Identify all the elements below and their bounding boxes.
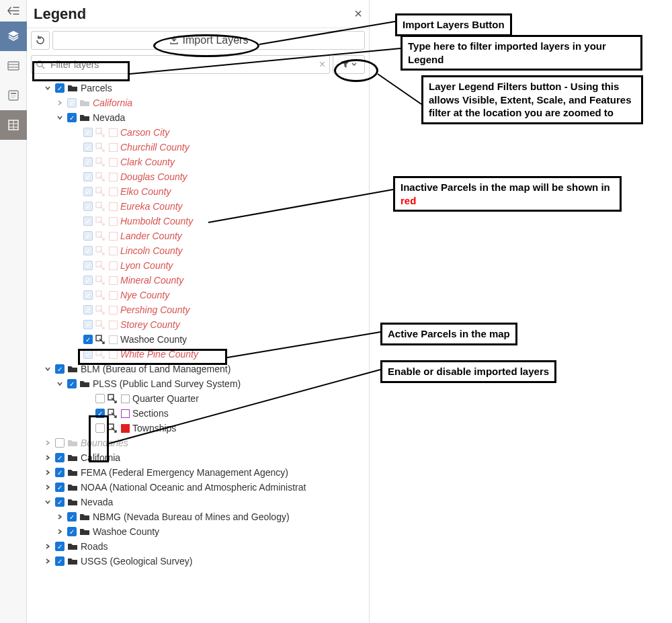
select-icon[interactable] [95, 246, 106, 255]
chevron-right-icon[interactable] [43, 543, 52, 550]
tree-quarter[interactable]: Quarter Quarter [28, 391, 366, 406]
chevron-down-icon[interactable] [43, 366, 52, 372]
select-icon[interactable] [95, 261, 106, 270]
select-icon[interactable] [95, 142, 106, 152]
chevron-down-icon[interactable] [43, 85, 52, 91]
checkbox[interactable]: ✓ [83, 320, 93, 329]
tree-sections[interactable]: ✓ Sections [28, 406, 366, 421]
checkbox[interactable]: ✓ [83, 128, 93, 137]
select-icon[interactable] [108, 394, 118, 403]
checkbox[interactable]: ✓ [95, 409, 105, 418]
checkbox[interactable]: ✓ [83, 231, 93, 241]
tree-county-inactive[interactable]: ✓Eureka County [28, 199, 366, 214]
tree-county-inactive[interactable]: ✓Elko County [28, 184, 366, 199]
checkbox[interactable]: ✓ [83, 187, 93, 196]
layers-icon-button[interactable] [0, 22, 27, 51]
tree-parcels-california[interactable]: ✓ California [28, 95, 366, 110]
tree-washoe2[interactable]: ✓Washoe County [28, 524, 366, 539]
close-icon[interactable]: × [354, 6, 362, 22]
checkbox[interactable]: ✓ [55, 468, 65, 477]
checkbox[interactable]: ✓ [67, 527, 77, 536]
chevron-right-icon[interactable] [55, 528, 65, 535]
tree-county-inactive[interactable]: ✓Churchill County [28, 140, 366, 155]
tree-county-inactive[interactable]: ✓Mineral County [28, 273, 366, 288]
chevron-right-icon[interactable] [43, 469, 52, 476]
select-icon[interactable] [95, 349, 106, 359]
grid-icon-button[interactable] [0, 110, 27, 140]
checkbox[interactable]: ✓ [55, 483, 65, 492]
info-icon-button[interactable] [0, 81, 27, 110]
tree-county-inactive[interactable]: ✓Lincoln County [28, 243, 366, 258]
checkbox[interactable]: ✓ [83, 202, 93, 211]
tree-washoe-county[interactable]: ✓ Washoe County [28, 332, 366, 347]
checkbox[interactable]: ✓ [83, 349, 93, 359]
tree-noaa[interactable]: ✓NOAA (National Oceanic and Atmospheric … [28, 480, 366, 495]
checkbox[interactable]: ✓ [83, 305, 93, 315]
checkbox[interactable]: ✓ [67, 512, 77, 522]
tree-parcels-nevada[interactable]: ✓ Nevada [28, 110, 366, 125]
import-layers-button[interactable]: Import Layers [52, 31, 365, 50]
tree-roads[interactable]: ✓Roads [28, 539, 366, 554]
checkbox[interactable]: ✓ [55, 542, 65, 551]
chevron-right-icon[interactable] [55, 513, 65, 520]
tree-nbmg[interactable]: ✓NBMG (Nevada Bureau of Mines and Geolog… [28, 509, 366, 524]
tree-white-pine[interactable]: ✓ White Pine County [28, 347, 366, 362]
checkbox[interactable] [95, 394, 105, 403]
tree-nevada2[interactable]: ✓Nevada [28, 495, 366, 509]
checkbox[interactable]: ✓ [55, 364, 65, 374]
collapse-icon[interactable] [0, 0, 27, 22]
select-icon[interactable] [95, 157, 106, 167]
filter-funnel-button[interactable] [333, 55, 365, 74]
checkbox[interactable]: ✓ [83, 216, 93, 226]
tree-county-inactive[interactable]: ✓Douglas County [28, 169, 366, 184]
tree-county-inactive[interactable]: ✓Lyon County [28, 258, 366, 273]
select-icon[interactable] [95, 276, 106, 285]
checkbox[interactable]: ✓ [55, 556, 65, 566]
select-icon[interactable] [95, 305, 106, 315]
select-icon[interactable] [95, 335, 106, 344]
tree-county-inactive[interactable]: ✓Humboldt County [28, 214, 366, 229]
checkbox[interactable]: ✓ [83, 335, 93, 344]
checkbox[interactable]: ✓ [83, 142, 93, 152]
select-icon[interactable] [95, 216, 106, 226]
checkbox[interactable]: ✓ [83, 276, 93, 285]
tree-usgs[interactable]: ✓USGS (Geological Survey) [28, 554, 366, 569]
select-icon[interactable] [95, 290, 106, 300]
checkbox[interactable]: ✓ [67, 113, 77, 122]
chevron-right-icon[interactable] [43, 558, 52, 565]
chevron-right-icon[interactable] [43, 454, 52, 461]
checkbox[interactable]: ✓ [55, 497, 65, 507]
chevron-right-icon[interactable] [55, 99, 65, 106]
tree-county-inactive[interactable]: ✓Clark County [28, 155, 366, 169]
table-icon-button[interactable] [0, 51, 27, 81]
filter-layers-input[interactable] [49, 58, 315, 71]
chevron-right-icon[interactable] [43, 440, 52, 446]
tree-plss[interactable]: ✓ PLSS (Public Land Survey System) [28, 376, 366, 391]
reset-button[interactable] [31, 31, 50, 50]
checkbox[interactable]: ✓ [83, 157, 93, 167]
checkbox[interactable]: ✓ [83, 246, 93, 255]
tree-county-inactive[interactable]: ✓Carson City [28, 125, 366, 140]
tree-townships[interactable]: Townships [28, 421, 366, 435]
tree-county-inactive[interactable]: ✓Lander County [28, 229, 366, 243]
tree-california2[interactable]: ✓California [28, 450, 366, 465]
select-icon[interactable] [108, 409, 118, 418]
select-icon[interactable] [95, 187, 106, 196]
tree-fema[interactable]: ✓FEMA (Federal Emergency Management Agen… [28, 465, 366, 480]
tree-blm[interactable]: ✓ BLM (Bureau of Land Management) [28, 362, 366, 376]
checkbox[interactable]: ✓ [83, 261, 93, 270]
tree-county-inactive[interactable]: ✓Nye County [28, 288, 366, 302]
clear-filter-icon[interactable]: × [319, 58, 325, 71]
select-icon[interactable] [95, 172, 106, 181]
chevron-down-icon[interactable] [55, 114, 65, 121]
select-icon[interactable] [95, 128, 106, 137]
checkbox[interactable]: ✓ [83, 290, 93, 300]
checkbox[interactable]: ✓ [67, 379, 77, 388]
checkbox[interactable] [95, 423, 105, 433]
chevron-right-icon[interactable] [43, 484, 52, 491]
checkbox[interactable]: ✓ [83, 172, 93, 181]
tree-county-inactive[interactable]: ✓Storey County [28, 317, 366, 332]
chevron-down-icon[interactable] [43, 499, 52, 505]
checkbox[interactable]: ✓ [55, 453, 65, 462]
tree-county-inactive[interactable]: ✓Pershing County [28, 302, 366, 317]
